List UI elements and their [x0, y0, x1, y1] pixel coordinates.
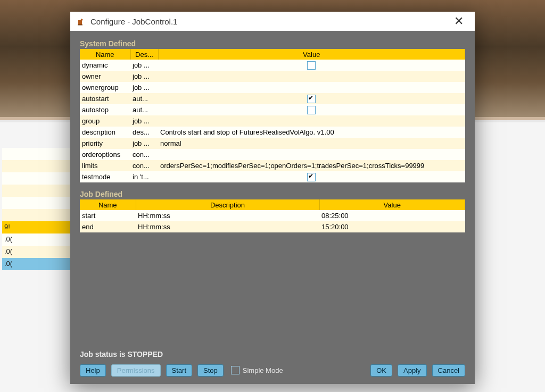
sys-cell-value[interactable]: normal — [158, 138, 465, 149]
background-side-rows: 9!.0(.0(.0( — [2, 148, 71, 270]
background-side-row: .0( — [2, 258, 71, 270]
checkbox[interactable] — [307, 173, 316, 181]
job-cell-value[interactable]: 08:25:00 — [319, 210, 465, 221]
table-row[interactable]: autostopaut... — [80, 104, 465, 115]
job-header-name[interactable]: Name — [80, 199, 136, 210]
sys-cell-desc[interactable]: aut... — [130, 104, 158, 115]
job-defined-table: Name Description Value startHH:mm:ss08:2… — [80, 199, 465, 232]
sys-cell-desc[interactable]: con... — [130, 149, 158, 160]
job-status-line: Job status is STOPPED — [80, 350, 163, 358]
background-side-row: .0( — [2, 246, 71, 258]
simple-mode-toggle[interactable]: Simple Mode — [231, 366, 283, 374]
sys-cell-desc[interactable]: aut... — [130, 93, 158, 104]
background-side-row: .0( — [2, 233, 71, 246]
background-side-row — [2, 197, 71, 209]
sys-cell-name[interactable]: autostop — [80, 104, 130, 115]
sys-cell-name[interactable]: dynamic — [80, 60, 130, 71]
system-defined-label: System Defined — [80, 39, 465, 48]
sys-header-name[interactable]: Name — [80, 49, 130, 60]
sys-cell-value[interactable] — [158, 104, 465, 115]
table-row[interactable]: dynamicjob ... — [80, 60, 465, 71]
sys-cell-value[interactable]: Controls start and stop of FuturesRealis… — [158, 127, 465, 138]
system-defined-table: Name Des... Value dynamicjob ...ownerjob… — [80, 49, 465, 182]
table-row[interactable]: descriptiondes...Controls start and stop… — [80, 127, 465, 138]
table-row[interactable]: priorityjob ...normal — [80, 138, 465, 149]
apply-button[interactable]: Apply — [398, 364, 427, 377]
titlebar: Configure - JobControl.1 ✕ — [70, 12, 475, 31]
sys-cell-desc[interactable]: job ... — [130, 138, 158, 149]
job-defined-table-wrap: Name Description Value startHH:mm:ss08:2… — [80, 199, 465, 232]
app-icon — [77, 17, 85, 26]
job-cell-name[interactable]: start — [80, 210, 136, 221]
sys-cell-name[interactable]: group — [80, 115, 130, 127]
job-cell-desc[interactable]: HH:mm:ss — [136, 210, 319, 221]
table-row[interactable]: testmodein 't... — [80, 171, 465, 182]
checkbox[interactable] — [307, 61, 316, 70]
sys-cell-value[interactable] — [158, 149, 465, 160]
checkbox[interactable] — [307, 106, 316, 114]
simple-mode-label: Simple Mode — [243, 366, 283, 374]
window-body: System Defined Name Des... Value dynamic… — [70, 31, 475, 384]
checkbox[interactable] — [307, 95, 316, 103]
sys-cell-name[interactable]: owner — [80, 71, 130, 82]
job-cell-desc[interactable]: HH:mm:ss — [136, 221, 319, 232]
sys-cell-desc[interactable]: job ... — [130, 71, 158, 82]
close-icon: ✕ — [454, 14, 464, 28]
background-side-row — [2, 172, 71, 185]
table-row[interactable]: endHH:mm:ss15:20:00 — [80, 221, 465, 232]
sys-cell-value[interactable] — [158, 93, 465, 104]
sys-cell-desc[interactable]: in 't... — [130, 171, 158, 182]
button-bar: Help Permissions Start Stop Simple Mode … — [80, 363, 465, 378]
background-side-row — [2, 160, 71, 172]
sys-header-value[interactable]: Value — [158, 49, 465, 60]
window-title: Configure - JobControl.1 — [90, 17, 449, 26]
sys-cell-desc[interactable]: des... — [130, 127, 158, 138]
sys-cell-value[interactable] — [158, 171, 465, 182]
sys-cell-name[interactable]: limits — [80, 160, 130, 171]
system-defined-table-wrap: Name Des... Value dynamicjob ...ownerjob… — [80, 49, 465, 182]
help-button[interactable]: Help — [80, 364, 106, 377]
stop-button[interactable]: Stop — [197, 364, 224, 377]
sys-header-desc[interactable]: Des... — [130, 49, 158, 60]
job-cell-value[interactable]: 15:20:00 — [319, 221, 465, 232]
sys-cell-desc[interactable]: job ... — [130, 60, 158, 71]
sys-cell-value[interactable]: ordersPerSec=1;modifiesPerSec=1;openOrde… — [158, 160, 465, 171]
permissions-button[interactable]: Permissions — [111, 364, 161, 377]
background-side-row — [2, 185, 71, 197]
table-row[interactable]: groupjob ... — [80, 115, 465, 127]
background-side-row: 9! — [2, 221, 71, 233]
sys-cell-value[interactable] — [158, 60, 465, 71]
table-row[interactable]: limitscon...ordersPerSec=1;modifiesPerSe… — [80, 160, 465, 171]
table-row[interactable]: ownergroupjob ... — [80, 82, 465, 93]
sys-cell-desc[interactable]: job ... — [130, 115, 158, 127]
job-defined-label: Job Defined — [80, 190, 465, 198]
sys-cell-name[interactable]: ownergroup — [80, 82, 130, 93]
table-row[interactable]: autostartaut... — [80, 93, 465, 104]
start-button[interactable]: Start — [166, 364, 192, 377]
background-side-row — [2, 148, 71, 160]
svg-rect-0 — [78, 24, 82, 26]
close-button[interactable]: ✕ — [449, 12, 468, 31]
sys-cell-value[interactable] — [158, 82, 465, 93]
table-row[interactable]: ownerjob ... — [80, 71, 465, 82]
sys-cell-value[interactable] — [158, 115, 465, 127]
sys-cell-desc[interactable]: con... — [130, 160, 158, 171]
sys-cell-desc[interactable]: job ... — [130, 82, 158, 93]
job-header-value[interactable]: Value — [319, 199, 465, 210]
configure-dialog: Configure - JobControl.1 ✕ System Define… — [70, 12, 475, 384]
sys-cell-name[interactable]: priority — [80, 138, 130, 149]
sys-cell-name[interactable]: autostart — [80, 93, 130, 104]
sys-cell-value[interactable] — [158, 71, 465, 82]
ok-button[interactable]: OK — [370, 364, 392, 377]
background-side-row — [2, 209, 71, 221]
job-header-desc[interactable]: Description — [136, 199, 319, 210]
sys-cell-name[interactable]: description — [80, 127, 130, 138]
sys-cell-name[interactable]: testmode — [80, 171, 130, 182]
cancel-button[interactable]: Cancel — [432, 364, 465, 377]
job-cell-name[interactable]: end — [80, 221, 136, 232]
simple-mode-checkbox[interactable] — [231, 366, 240, 374]
table-row[interactable]: startHH:mm:ss08:25:00 — [80, 210, 465, 221]
sys-cell-name[interactable]: orderoptions — [80, 149, 130, 160]
table-row[interactable]: orderoptionscon... — [80, 149, 465, 160]
